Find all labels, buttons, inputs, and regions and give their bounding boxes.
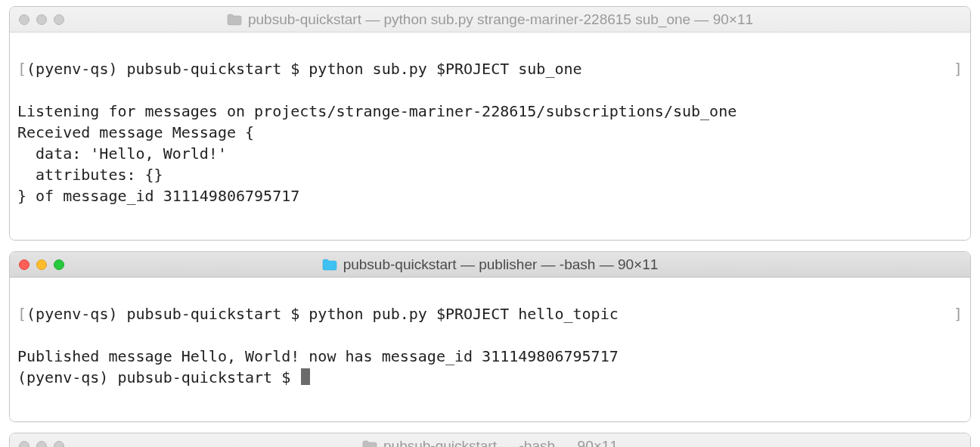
cursor-icon bbox=[301, 368, 310, 385]
terminal-window-publisher[interactable]: pubsub-quickstart — publisher — -bash — … bbox=[9, 251, 971, 422]
traffic-lights bbox=[19, 441, 64, 448]
window-title: pubsub-quickstart — python sub.py strang… bbox=[10, 11, 970, 28]
traffic-lights bbox=[19, 259, 64, 270]
window-title-text: pubsub-quickstart — python sub.py strang… bbox=[248, 11, 753, 28]
window-title: pubsub-quickstart — publisher — -bash — … bbox=[10, 256, 970, 273]
folder-icon bbox=[322, 259, 337, 271]
terminal-window-subscriber[interactable]: pubsub-quickstart — python sub.py strang… bbox=[9, 6, 971, 241]
window-title-text: pubsub-quickstart — publisher — -bash — … bbox=[343, 256, 659, 273]
terminal-line: attributes: {} bbox=[17, 166, 163, 184]
window-title: pubsub-quickstart — -bash — 90×11 bbox=[10, 438, 970, 448]
minimize-icon[interactable] bbox=[36, 259, 47, 270]
maximize-icon[interactable] bbox=[54, 259, 64, 270]
terminal-line: Published message Hello, World! now has … bbox=[17, 347, 619, 365]
minimize-icon[interactable] bbox=[36, 441, 47, 448]
titlebar[interactable]: pubsub-quickstart — python sub.py strang… bbox=[10, 7, 970, 33]
terminal-prompt: (pyenv-qs) pubsub-quickstart $ bbox=[17, 368, 299, 386]
terminal-line: Received message Message { bbox=[17, 123, 254, 141]
titlebar[interactable]: pubsub-quickstart — publisher — -bash — … bbox=[10, 252, 970, 278]
terminal-line: } of message_id 311149806795717 bbox=[17, 187, 299, 205]
terminal-window-bash[interactable]: pubsub-quickstart — -bash — 90×11 (pyenv… bbox=[9, 433, 971, 447]
close-icon[interactable] bbox=[19, 441, 29, 448]
terminal-line: data: 'Hello, World!' bbox=[17, 144, 227, 163]
terminal-output[interactable]: [(pyenv-qs) pubsub-quickstart $ python p… bbox=[10, 278, 970, 421]
maximize-icon[interactable] bbox=[54, 14, 64, 25]
traffic-lights bbox=[19, 14, 64, 25]
terminal-output[interactable]: [(pyenv-qs) pubsub-quickstart $ python s… bbox=[10, 33, 970, 240]
titlebar[interactable]: pubsub-quickstart — -bash — 90×11 bbox=[10, 433, 970, 447]
close-icon[interactable] bbox=[19, 14, 29, 25]
folder-icon bbox=[227, 14, 242, 26]
terminal-line: (pyenv-qs) pubsub-quickstart $ python pu… bbox=[26, 303, 954, 324]
minimize-icon[interactable] bbox=[36, 14, 47, 25]
window-title-text: pubsub-quickstart — -bash — 90×11 bbox=[383, 438, 618, 448]
close-icon[interactable] bbox=[19, 259, 29, 270]
maximize-icon[interactable] bbox=[54, 441, 64, 448]
folder-icon bbox=[362, 440, 377, 448]
terminal-line: (pyenv-qs) pubsub-quickstart $ python su… bbox=[26, 58, 954, 79]
terminal-line: Listening for messages on projects/stran… bbox=[17, 102, 737, 120]
